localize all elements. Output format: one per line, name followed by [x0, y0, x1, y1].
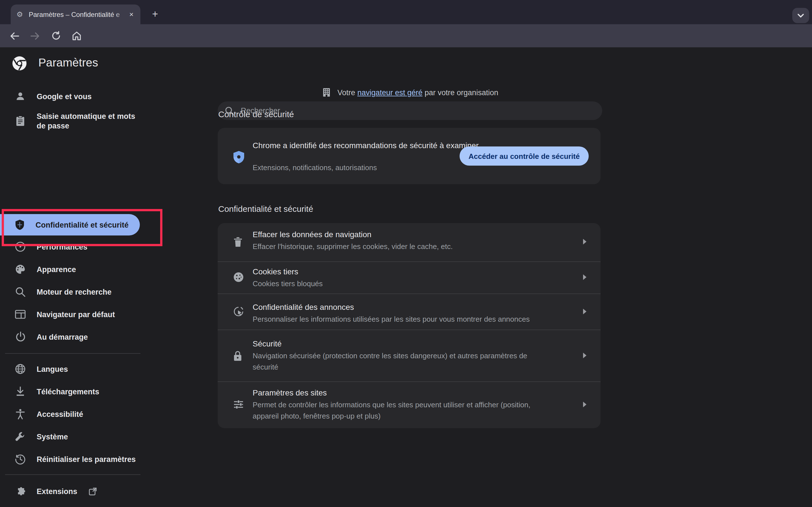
home-icon [71, 31, 82, 41]
section-heading-privacy: Confidentialité et sécurité [218, 204, 313, 214]
sidebar-item-performance[interactable]: Performances [0, 235, 141, 258]
privacy-list-card: Effacer les données de navigation Efface… [218, 223, 601, 428]
chevron-right-icon [582, 352, 587, 359]
safety-check-card: Chrome a identifié des recommandations d… [218, 128, 601, 184]
sidebar-item-languages[interactable]: Langues [0, 358, 141, 380]
back-icon [9, 31, 19, 40]
browser-toolbar: Chrome chrome://settings/privacy LT ! [0, 24, 812, 47]
sidebar-item-appearance[interactable]: Apparence [0, 258, 141, 281]
settings-nav: Google et vous Saisie automatique et mot… [0, 79, 141, 507]
row-clear-browsing-data[interactable]: Effacer les données de navigation Efface… [218, 223, 601, 262]
safety-card-title: Chrome a identifié des recommandations d… [253, 140, 495, 151]
new-tab-button[interactable]: + [148, 8, 162, 21]
search-icon [15, 286, 26, 297]
ads-privacy-icon [233, 306, 244, 317]
sidebar-item-accessibility[interactable]: Accessibilité [0, 403, 141, 425]
speedometer-icon [15, 241, 26, 252]
gear-icon: ⚙ [15, 10, 24, 19]
clipboard-icon [15, 115, 26, 127]
managed-notice: Votre navigateur est géré par votre orga… [218, 87, 602, 98]
row-third-party-cookies[interactable]: Cookies tiers Cookies tiers bloqués [218, 262, 601, 293]
managed-text: Votre navigateur est géré par votre orga… [338, 88, 498, 97]
nav-divider [5, 474, 140, 475]
sidebar-item-google[interactable]: Google et vous [0, 85, 141, 108]
tab-title: Paramètres – Confidentialité e [29, 10, 127, 18]
row-security[interactable]: Sécurité Navigation sécurisée (protectio… [218, 330, 601, 381]
close-icon[interactable]: × [127, 10, 136, 19]
chevron-right-icon [582, 274, 587, 281]
tab-strip: ⚙ Paramètres – Confidentialité e × + [0, 0, 812, 24]
sidebar-item-default-browser[interactable]: Navigateur par défaut [0, 303, 141, 326]
power-icon [15, 331, 26, 342]
cookie-icon [233, 272, 244, 283]
external-link-icon [87, 486, 98, 497]
row-ad-privacy[interactable]: Confidentialité des annonces Personnalis… [218, 293, 601, 330]
chevron-right-icon [582, 401, 587, 408]
sidebar-item-startup[interactable]: Au démarrage [0, 326, 141, 348]
chrome-logo-icon [12, 56, 27, 71]
download-icon [15, 386, 26, 397]
chevron-right-icon [582, 308, 587, 315]
palette-icon [15, 264, 26, 275]
sidebar-item-about[interactable]: À propos de Chrome [0, 503, 141, 507]
reload-icon [51, 31, 61, 41]
puzzle-icon [15, 486, 26, 497]
lock-icon [233, 350, 244, 362]
settings-header: Paramètres [0, 47, 812, 79]
wrench-icon [15, 431, 26, 442]
forward-button[interactable] [28, 29, 42, 43]
tab-settings[interactable]: ⚙ Paramètres – Confidentialité e × [11, 4, 140, 24]
building-icon [322, 87, 332, 98]
row-site-settings[interactable]: Paramètres des sites Permet de contrôler… [218, 381, 601, 428]
section-heading-safety: Contrôle de sécurité [218, 109, 294, 119]
history-icon [15, 453, 26, 465]
trash-icon [233, 237, 244, 248]
managed-link[interactable]: navigateur est géré [357, 88, 422, 97]
chevron-right-icon [582, 238, 587, 245]
tune-icon [233, 399, 244, 410]
person-icon [15, 91, 26, 102]
safety-check-button[interactable]: Accéder au contrôle de sécurité [460, 147, 589, 166]
sidebar-item-search-engine[interactable]: Moteur de recherche [0, 281, 141, 303]
tab-search-button[interactable] [792, 8, 809, 23]
accessibility-icon [15, 408, 26, 420]
sidebar-item-reset[interactable]: Réinitialiser les paramètres [0, 448, 141, 470]
sidebar-item-privacy-selected[interactable]: Confidentialité et sécurité [0, 214, 140, 235]
page-title: Paramètres [38, 56, 98, 69]
browser-window: ⚙ Paramètres – Confidentialité e × + [0, 0, 812, 507]
shield-icon [15, 219, 25, 230]
chevron-down-icon [797, 13, 804, 18]
home-button[interactable] [69, 29, 84, 43]
globe-icon [15, 363, 26, 375]
shield-blue-icon [233, 151, 245, 164]
reload-button[interactable] [49, 29, 63, 43]
safety-card-subtitle: Extensions, notifications, autorisations [253, 163, 377, 172]
sidebar-item-autofill[interactable]: Saisie automatique et mots de passe [0, 105, 141, 137]
forward-icon [30, 31, 40, 40]
back-button[interactable] [7, 29, 21, 43]
sidebar-item-downloads[interactable]: Téléchargements [0, 380, 141, 403]
sidebar-item-extensions[interactable]: Extensions [0, 480, 141, 503]
browser-icon [15, 309, 26, 320]
sidebar-item-system[interactable]: Système [0, 425, 141, 448]
nav-divider [5, 353, 140, 354]
